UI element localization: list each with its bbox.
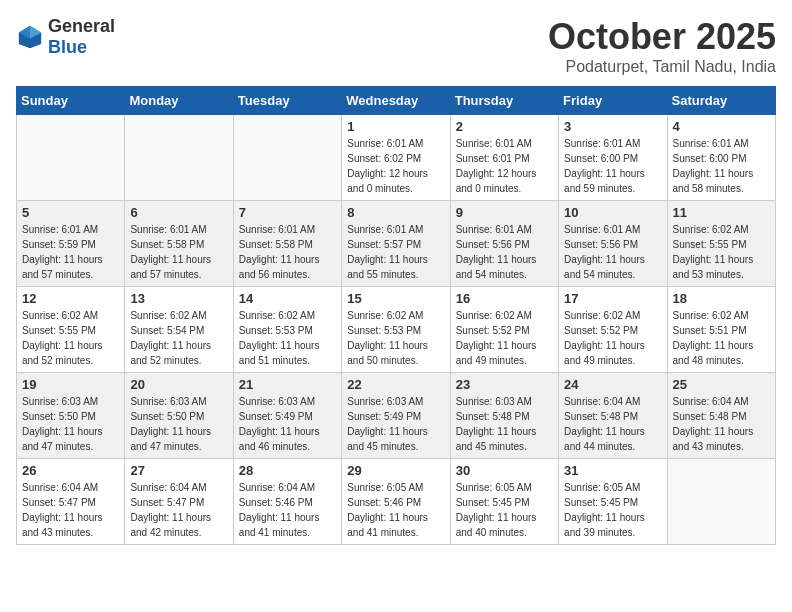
calendar-table: Sunday Monday Tuesday Wednesday Thursday… [16,86,776,545]
day-number: 24 [564,377,661,392]
day-number: 26 [22,463,119,478]
day-info: Sunrise: 6:02 AMSunset: 5:52 PMDaylight:… [456,308,553,368]
day-number: 3 [564,119,661,134]
table-row: 15Sunrise: 6:02 AMSunset: 5:53 PMDayligh… [342,287,450,373]
logo-blue: Blue [48,37,87,57]
table-row [667,459,775,545]
logo-icon [16,23,44,51]
table-row: 25Sunrise: 6:04 AMSunset: 5:48 PMDayligh… [667,373,775,459]
day-number: 14 [239,291,336,306]
day-info: Sunrise: 6:05 AMSunset: 5:45 PMDaylight:… [564,480,661,540]
calendar-week-row: 5Sunrise: 6:01 AMSunset: 5:59 PMDaylight… [17,201,776,287]
calendar-header-row: Sunday Monday Tuesday Wednesday Thursday… [17,87,776,115]
day-number: 27 [130,463,227,478]
day-number: 8 [347,205,444,220]
day-info: Sunrise: 6:01 AMSunset: 5:56 PMDaylight:… [564,222,661,282]
table-row: 1Sunrise: 6:01 AMSunset: 6:02 PMDaylight… [342,115,450,201]
logo: General Blue [16,16,115,58]
table-row: 21Sunrise: 6:03 AMSunset: 5:49 PMDayligh… [233,373,341,459]
table-row: 3Sunrise: 6:01 AMSunset: 6:00 PMDaylight… [559,115,667,201]
day-number: 21 [239,377,336,392]
table-row: 6Sunrise: 6:01 AMSunset: 5:58 PMDaylight… [125,201,233,287]
table-row: 30Sunrise: 6:05 AMSunset: 5:45 PMDayligh… [450,459,558,545]
day-info: Sunrise: 6:02 AMSunset: 5:55 PMDaylight:… [22,308,119,368]
day-number: 17 [564,291,661,306]
day-number: 23 [456,377,553,392]
calendar-week-row: 12Sunrise: 6:02 AMSunset: 5:55 PMDayligh… [17,287,776,373]
day-info: Sunrise: 6:04 AMSunset: 5:47 PMDaylight:… [22,480,119,540]
day-number: 5 [22,205,119,220]
table-row: 10Sunrise: 6:01 AMSunset: 5:56 PMDayligh… [559,201,667,287]
table-row: 12Sunrise: 6:02 AMSunset: 5:55 PMDayligh… [17,287,125,373]
day-info: Sunrise: 6:01 AMSunset: 5:56 PMDaylight:… [456,222,553,282]
table-row: 26Sunrise: 6:04 AMSunset: 5:47 PMDayligh… [17,459,125,545]
day-number: 9 [456,205,553,220]
table-row: 4Sunrise: 6:01 AMSunset: 6:00 PMDaylight… [667,115,775,201]
day-info: Sunrise: 6:02 AMSunset: 5:55 PMDaylight:… [673,222,770,282]
day-number: 7 [239,205,336,220]
title-section: October 2025 Podaturpet, Tamil Nadu, Ind… [548,16,776,76]
day-info: Sunrise: 6:05 AMSunset: 5:45 PMDaylight:… [456,480,553,540]
table-row [17,115,125,201]
table-row: 23Sunrise: 6:03 AMSunset: 5:48 PMDayligh… [450,373,558,459]
page-header: General Blue October 2025 Podaturpet, Ta… [16,16,776,76]
day-info: Sunrise: 6:04 AMSunset: 5:47 PMDaylight:… [130,480,227,540]
table-row: 19Sunrise: 6:03 AMSunset: 5:50 PMDayligh… [17,373,125,459]
table-row: 20Sunrise: 6:03 AMSunset: 5:50 PMDayligh… [125,373,233,459]
col-monday: Monday [125,87,233,115]
day-info: Sunrise: 6:04 AMSunset: 5:48 PMDaylight:… [564,394,661,454]
day-info: Sunrise: 6:04 AMSunset: 5:48 PMDaylight:… [673,394,770,454]
table-row [233,115,341,201]
day-info: Sunrise: 6:03 AMSunset: 5:50 PMDaylight:… [130,394,227,454]
day-number: 15 [347,291,444,306]
table-row: 27Sunrise: 6:04 AMSunset: 5:47 PMDayligh… [125,459,233,545]
day-number: 18 [673,291,770,306]
day-info: Sunrise: 6:03 AMSunset: 5:49 PMDaylight:… [239,394,336,454]
table-row: 29Sunrise: 6:05 AMSunset: 5:46 PMDayligh… [342,459,450,545]
table-row [125,115,233,201]
table-row: 5Sunrise: 6:01 AMSunset: 5:59 PMDaylight… [17,201,125,287]
col-thursday: Thursday [450,87,558,115]
day-number: 4 [673,119,770,134]
col-tuesday: Tuesday [233,87,341,115]
table-row: 11Sunrise: 6:02 AMSunset: 5:55 PMDayligh… [667,201,775,287]
table-row: 18Sunrise: 6:02 AMSunset: 5:51 PMDayligh… [667,287,775,373]
col-saturday: Saturday [667,87,775,115]
day-info: Sunrise: 6:05 AMSunset: 5:46 PMDaylight:… [347,480,444,540]
day-number: 6 [130,205,227,220]
logo-text: General Blue [48,16,115,58]
day-info: Sunrise: 6:01 AMSunset: 5:59 PMDaylight:… [22,222,119,282]
day-number: 20 [130,377,227,392]
day-info: Sunrise: 6:02 AMSunset: 5:51 PMDaylight:… [673,308,770,368]
day-number: 1 [347,119,444,134]
day-number: 25 [673,377,770,392]
table-row: 2Sunrise: 6:01 AMSunset: 6:01 PMDaylight… [450,115,558,201]
calendar-week-row: 1Sunrise: 6:01 AMSunset: 6:02 PMDaylight… [17,115,776,201]
calendar-week-row: 19Sunrise: 6:03 AMSunset: 5:50 PMDayligh… [17,373,776,459]
day-number: 11 [673,205,770,220]
day-number: 22 [347,377,444,392]
col-friday: Friday [559,87,667,115]
location-title: Podaturpet, Tamil Nadu, India [548,58,776,76]
table-row: 16Sunrise: 6:02 AMSunset: 5:52 PMDayligh… [450,287,558,373]
calendar-week-row: 26Sunrise: 6:04 AMSunset: 5:47 PMDayligh… [17,459,776,545]
day-number: 19 [22,377,119,392]
day-number: 29 [347,463,444,478]
table-row: 14Sunrise: 6:02 AMSunset: 5:53 PMDayligh… [233,287,341,373]
day-info: Sunrise: 6:02 AMSunset: 5:53 PMDaylight:… [239,308,336,368]
day-info: Sunrise: 6:01 AMSunset: 6:00 PMDaylight:… [673,136,770,196]
day-number: 28 [239,463,336,478]
day-info: Sunrise: 6:03 AMSunset: 5:50 PMDaylight:… [22,394,119,454]
day-info: Sunrise: 6:04 AMSunset: 5:46 PMDaylight:… [239,480,336,540]
day-info: Sunrise: 6:02 AMSunset: 5:52 PMDaylight:… [564,308,661,368]
day-info: Sunrise: 6:01 AMSunset: 5:58 PMDaylight:… [239,222,336,282]
table-row: 17Sunrise: 6:02 AMSunset: 5:52 PMDayligh… [559,287,667,373]
col-sunday: Sunday [17,87,125,115]
day-number: 2 [456,119,553,134]
day-number: 13 [130,291,227,306]
table-row: 22Sunrise: 6:03 AMSunset: 5:49 PMDayligh… [342,373,450,459]
day-number: 10 [564,205,661,220]
table-row: 31Sunrise: 6:05 AMSunset: 5:45 PMDayligh… [559,459,667,545]
table-row: 9Sunrise: 6:01 AMSunset: 5:56 PMDaylight… [450,201,558,287]
table-row: 24Sunrise: 6:04 AMSunset: 5:48 PMDayligh… [559,373,667,459]
